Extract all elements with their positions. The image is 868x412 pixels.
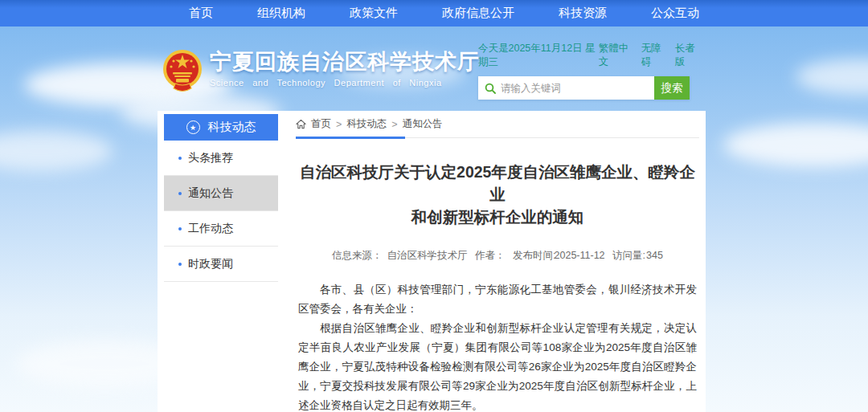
article-title-line2: 和创新型标杆企业的通知 (296, 206, 699, 228)
article-title: 自治区科技厅关于认定2025年度自治区雏鹰企业、瞪羚企业 和创新型标杆企业的通知 (296, 161, 699, 228)
breadcrumb-active-underline (296, 137, 405, 139)
breadcrumb-notices[interactable]: 通知公告 (403, 117, 443, 131)
circled-star-icon: ★ (186, 120, 200, 134)
content-card: ★ 科技动态 头条推荐 通知公告 工作动态 时政要闻 首页 (158, 111, 706, 412)
meta-source-label: 信息来源： (332, 250, 383, 261)
sidebar-title: 科技动态 (208, 120, 256, 135)
sidebar: ★ 科技动态 头条推荐 通知公告 工作动态 时政要闻 (164, 114, 278, 282)
site-title: 宁夏回族自治区科学技术厅 (210, 48, 480, 75)
sidebar-item-notices[interactable]: 通知公告 (164, 176, 278, 211)
meta-publish-label: 发布时间: (513, 250, 555, 261)
nav-item-gov-info-disclosure[interactable]: 政府信息公开 (442, 6, 514, 21)
sidebar-item-work-dynamics[interactable]: 工作动态 (164, 211, 278, 247)
meta-author-label: 作者： (475, 250, 506, 261)
link-elder-version[interactable]: 长者版 (675, 42, 701, 69)
header-right: 今天是2025年11月12日 星期三 繁體中文 无障碍 长者版 搜索 (478, 42, 701, 100)
nav-item-organization[interactable]: 组织机构 (257, 6, 305, 21)
cloud-decoration (0, 131, 113, 171)
bullet-dot-icon (178, 192, 182, 195)
sidebar-header: ★ 科技动态 (164, 114, 278, 141)
nav-item-home[interactable]: 首页 (189, 6, 213, 21)
article-title-line1: 自治区科技厅关于认定2025年度自治区雏鹰企业、瞪羚企业 (296, 161, 699, 206)
breadcrumb-separator: > (336, 119, 342, 130)
sidebar-item-label: 时政要闻 (188, 257, 233, 271)
meta-views-label: 访问量: (612, 250, 645, 261)
meta-source-value: 自治区科学技术厅 (387, 250, 468, 261)
home-icon (296, 119, 306, 129)
sidebar-item-label: 通知公告 (188, 186, 233, 201)
search-icon (485, 83, 496, 94)
nav-item-policy-documents[interactable]: 政策文件 (350, 6, 398, 21)
search-button[interactable]: 搜索 (654, 76, 690, 100)
sidebar-item-label: 工作动态 (188, 222, 233, 236)
cloud-decoration (723, 123, 868, 167)
link-accessibility[interactable]: 无障碍 (641, 42, 667, 69)
breadcrumb: 首页 > 科技动态 > 通知公告 (296, 111, 699, 138)
sidebar-item-headline-recommend[interactable]: 头条推荐 (164, 141, 278, 176)
current-date-text: 今天是2025年11月12日 星期三 (478, 42, 599, 69)
bullet-dot-icon (178, 157, 182, 160)
site-logo[interactable]: 宁夏回族自治区科学技术厅 Science and Technology Depa… (162, 48, 480, 93)
sidebar-item-label: 头条推荐 (188, 151, 233, 165)
cloud-decoration (796, 59, 868, 95)
link-traditional-chinese[interactable]: 繁體中文 (599, 42, 633, 69)
search-input[interactable] (501, 83, 648, 94)
meta-views-value: 345 (646, 250, 663, 261)
article-paragraph: 各市、县（区）科技管理部门，宁东能源化工基地管委会，银川经济技术开发区管委会，各… (298, 280, 697, 319)
top-navigation: 首页 组织机构 政策文件 政府信息公开 科技资源 公众互动 (0, 0, 868, 27)
nav-item-sci-tech-resources[interactable]: 科技资源 (559, 6, 607, 21)
main-content: 首页 > 科技动态 > 通知公告 自治区科技厅关于认定2025年度自治区雏鹰企业… (296, 111, 699, 412)
meta-publish-date: 2025-11-12 (555, 250, 605, 261)
nav-item-public-interaction[interactable]: 公众互动 (651, 6, 699, 21)
article-body: 各市、县（区）科技管理部门，宁东能源化工基地管委会，银川经济技术开发区管委会，各… (296, 280, 699, 412)
national-emblem-icon (162, 48, 203, 93)
site-title-english: Science and Technology Department of Nin… (210, 78, 480, 88)
article-meta: 信息来源：自治区科学技术厅 作者： 发布时间:2025-11-12 访问量:34… (296, 249, 699, 263)
bullet-dot-icon (178, 263, 182, 266)
breadcrumb-separator: > (391, 119, 397, 130)
search-bar: 搜索 (478, 76, 690, 100)
breadcrumb-sci-tech-dynamics[interactable]: 科技动态 (346, 117, 387, 131)
article-paragraph: 根据自治区雏鹰企业、瞪羚企业和创新型标杆企业认定管理有关规定，决定认定半亩良人农… (298, 319, 697, 412)
bullet-dot-icon (178, 227, 182, 230)
breadcrumb-home[interactable]: 首页 (311, 117, 331, 131)
sidebar-item-political-news[interactable]: 时政要闻 (164, 247, 278, 282)
